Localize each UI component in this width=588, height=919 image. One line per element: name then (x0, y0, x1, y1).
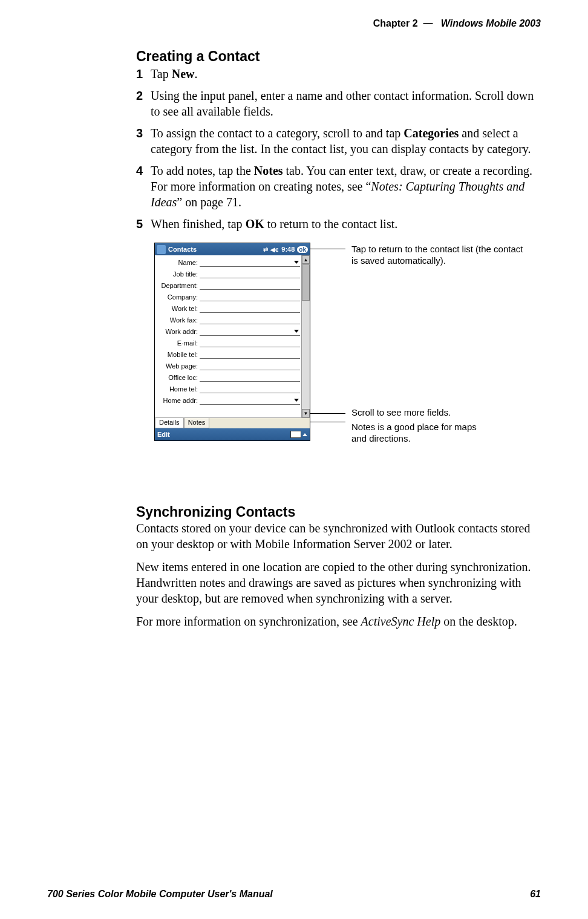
annotation-scroll: Scroll to see more fields. (351, 407, 509, 419)
field-label: Department: (156, 282, 200, 289)
scroll-down-arrow[interactable]: ▼ (302, 409, 310, 417)
form-body: Name:Job title:Department:Company:Work t… (155, 255, 310, 417)
input-selector-icon[interactable] (302, 433, 307, 436)
field-label: Home tel: (156, 385, 200, 393)
section-title-sync: Synchronizing Contacts (136, 504, 541, 520)
text-input[interactable] (200, 385, 300, 393)
steps-list: 1Tap New.2Using the input panel, enter a… (136, 66, 541, 232)
clock-text: 9:48 (281, 246, 295, 253)
step-text: Using the input panel, enter a name and … (151, 88, 541, 119)
tabs: Details Notes (155, 417, 310, 428)
field-label: Mobile tel: (156, 351, 200, 358)
text-input[interactable] (200, 304, 300, 313)
sync-paragraph: For more information on synchronization,… (136, 613, 541, 629)
tab-details[interactable]: Details (155, 418, 184, 428)
field-row: Office loc: (156, 371, 300, 383)
field-row: Work tel: (156, 303, 300, 314)
device-titlebar: Contacts ⇄ ◀ϵ 9:48 ok (155, 243, 310, 255)
step-number: 2 (136, 88, 149, 119)
step-text: To assign the contact to a category, scr… (151, 125, 541, 157)
annot-line-2 (310, 413, 345, 414)
step-text: When finished, tap OK to return to the c… (151, 216, 541, 232)
field-row: Work fax: (156, 314, 300, 325)
field-label: E-mail: (156, 339, 200, 347)
field-label: Work addr: (156, 328, 200, 335)
field-label: Work tel: (156, 305, 200, 312)
edit-menu[interactable]: Edit (157, 431, 170, 438)
step-number: 3 (136, 125, 149, 157)
step-item: 4To add notes, tap the Notes tab. You ca… (136, 163, 541, 210)
book-title: Windows Mobile 2003 (441, 18, 541, 28)
text-input[interactable] (200, 270, 300, 278)
app-title: Contacts (168, 246, 197, 253)
annotation-ok: Tap to return to the contact list (the c… (351, 244, 527, 267)
field-row: Department: (156, 280, 300, 291)
sync-paragraph: Contacts stored on your device can be sy… (136, 520, 541, 552)
field-row: Mobile tel: (156, 348, 300, 360)
field-label: Job title: (156, 270, 200, 278)
step-item: 2Using the input panel, enter a name and… (136, 88, 541, 119)
field-row: Web page: (156, 360, 300, 371)
text-input[interactable] (200, 281, 300, 290)
text-input[interactable] (200, 293, 300, 301)
field-row: Home addr: (156, 394, 300, 406)
text-input[interactable] (200, 362, 300, 370)
step-text: To add notes, tap the Notes tab. You can… (151, 163, 541, 210)
step-number: 1 (136, 66, 149, 82)
field-row: Job title: (156, 268, 300, 280)
connectivity-icon[interactable]: ⇄ (263, 246, 268, 253)
scroll-thumb[interactable] (302, 264, 310, 301)
annot-line-3 (310, 422, 345, 422)
ok-button[interactable]: ok (297, 246, 308, 253)
dropdown-input[interactable] (200, 258, 300, 267)
footer-manual-title: 700 Series Color Mobile Computer User's … (47, 889, 273, 900)
step-item: 1Tap New. (136, 66, 541, 82)
step-item: 3To assign the contact to a category, sc… (136, 125, 541, 157)
dropdown-input[interactable] (200, 327, 300, 336)
text-input[interactable] (200, 316, 300, 324)
field-label: Office loc: (156, 374, 200, 381)
device-screenshot: Contacts ⇄ ◀ϵ 9:48 ok Name:Job title:Dep… (154, 243, 310, 441)
step-text: Tap New. (151, 66, 541, 82)
field-label: Company: (156, 293, 200, 301)
text-input[interactable] (200, 373, 300, 382)
field-label: Home addr: (156, 397, 200, 404)
annot-line-1 (310, 249, 345, 249)
field-row: Company: (156, 291, 300, 303)
field-row: E-mail: (156, 337, 300, 348)
field-label: Web page: (156, 362, 200, 370)
fields-area: Name:Job title:Department:Company:Work t… (155, 255, 301, 417)
scroll-track[interactable] (302, 301, 310, 409)
dash: — (423, 18, 433, 28)
section-title-creating: Creating a Contact (136, 48, 541, 65)
footer-page-number: 61 (530, 889, 541, 900)
windows-icon[interactable] (157, 245, 166, 254)
annotation-notes: Notes is a good place for maps and direc… (351, 422, 485, 445)
keyboard-icon[interactable] (290, 431, 301, 438)
page-content: Creating a Contact 1Tap New.2Using the i… (136, 48, 541, 636)
page-header: Chapter 2 — Windows Mobile 2003 (373, 18, 541, 29)
sync-paragraph: New items entered in one location are co… (136, 559, 541, 606)
field-row: Work addr: (156, 325, 300, 337)
step-item: 5When finished, tap OK to return to the … (136, 216, 541, 232)
field-label: Work fax: (156, 316, 200, 324)
dropdown-input[interactable] (200, 396, 300, 405)
step-number: 4 (136, 163, 149, 210)
field-label: Name: (156, 259, 200, 266)
speaker-icon[interactable]: ◀ϵ (270, 246, 279, 253)
figure-block: Contacts ⇄ ◀ϵ 9:48 ok Name:Job title:Dep… (154, 243, 529, 485)
text-input[interactable] (200, 339, 300, 347)
chapter-label: Chapter 2 (373, 18, 418, 28)
field-row: Name: (156, 257, 300, 268)
scroll-up-arrow[interactable]: ▲ (302, 255, 310, 264)
device-bottombar: Edit (155, 428, 310, 440)
tab-notes[interactable]: Notes (184, 418, 210, 428)
sync-section: Synchronizing Contacts Contacts stored o… (136, 504, 541, 629)
field-row: Home tel: (156, 383, 300, 394)
scrollbar[interactable]: ▲ ▼ (301, 255, 310, 417)
text-input[interactable] (200, 350, 300, 359)
step-number: 5 (136, 216, 149, 232)
